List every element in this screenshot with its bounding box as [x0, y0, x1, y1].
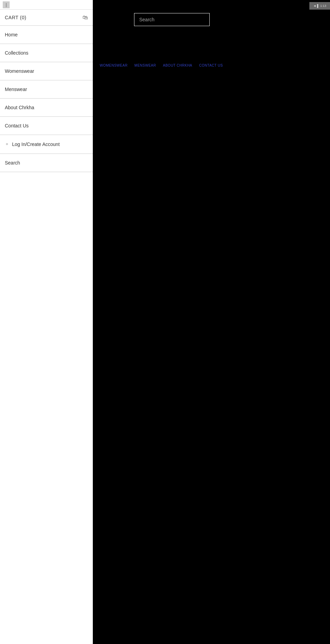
- status-text: ◄ ▌ 1:13: [313, 4, 326, 8]
- sidebar-top-bar: |: [0, 0, 93, 10]
- sidebar-item-menswear-label: Menswear: [5, 87, 27, 92]
- person-icon: ⚬: [5, 141, 9, 147]
- cart-button[interactable]: CART (0) 🛍: [0, 10, 93, 26]
- sidebar-item-home-label: Home: [5, 32, 18, 37]
- dark-nav-womenswear[interactable]: WOMENSWEAR: [100, 64, 128, 67]
- right-content-area: [93, 0, 330, 644]
- cart-label: CART (0): [5, 15, 26, 20]
- cart-icon: 🛍: [82, 14, 88, 21]
- sidebar-item-about-chrkha-label: About Chrkha: [5, 105, 34, 110]
- search-bar-container: [134, 13, 210, 26]
- search-input[interactable]: [134, 13, 210, 26]
- sidebar-item-collections-label: Collections: [5, 50, 28, 56]
- sidebar: | CART (0) 🛍 Home Collections Womenswear…: [0, 0, 93, 644]
- dark-nav-menswear[interactable]: MENSWEAR: [134, 64, 156, 67]
- sidebar-item-menswear[interactable]: Menswear: [0, 80, 93, 99]
- menu-toggle-button[interactable]: |: [3, 1, 10, 8]
- sidebar-item-login[interactable]: ⚬ Log In/Create Account: [0, 135, 93, 154]
- dark-nav-about-chrkha[interactable]: ABOUT CHRKHA: [163, 64, 192, 67]
- sidebar-item-contact-us-label: Contact Us: [5, 123, 29, 128]
- dark-nav-contact-us[interactable]: CONTACT US: [199, 64, 223, 67]
- sidebar-item-womenswear-label: Womenswear: [5, 68, 34, 74]
- sidebar-item-home[interactable]: Home: [0, 26, 93, 44]
- sidebar-item-login-label: Log In/Create Account: [12, 142, 60, 147]
- sidebar-item-contact-us[interactable]: Contact Us: [0, 117, 93, 135]
- dark-nav-bar: WOMENSWEAR MENSWEAR ABOUT CHRKHA CONTACT…: [100, 64, 223, 67]
- sidebar-item-collections[interactable]: Collections: [0, 44, 93, 62]
- menu-toggle-icon: |: [6, 2, 7, 7]
- sidebar-item-search-label: Search: [5, 160, 20, 166]
- sidebar-item-about-chrkha[interactable]: About Chrkha: [0, 99, 93, 117]
- status-indicator: ◄ ▌ 1:13: [309, 2, 330, 10]
- sidebar-item-search[interactable]: Search: [0, 154, 93, 172]
- sidebar-item-womenswear[interactable]: Womenswear: [0, 62, 93, 80]
